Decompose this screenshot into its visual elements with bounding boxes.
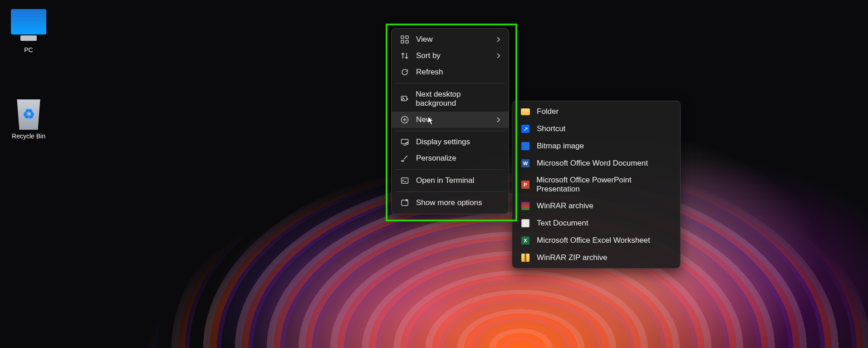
new-submenu: Folder ↗ Shortcut Bitmap image W Microso… xyxy=(512,101,681,269)
menu-item-label: Next desktop background xyxy=(416,90,500,108)
submenu-item-label: Microsoft Office Word Document xyxy=(537,159,648,168)
menu-item-label: New xyxy=(416,115,432,124)
menu-item-label: Refresh xyxy=(416,68,443,77)
display-settings-icon xyxy=(400,138,410,146)
desktop-icon-label: Recycle Bin xyxy=(12,132,45,140)
desktop-context-menu: View Sort by Refresh Next desktop backgr… xyxy=(391,28,509,214)
submenu-item-label: Microsoft Office Excel Worksheet xyxy=(537,236,650,245)
svg-rect-9 xyxy=(402,178,408,183)
submenu-item-excel-worksheet[interactable]: X Microsoft Office Excel Worksheet xyxy=(512,232,680,249)
menu-item-label: View xyxy=(416,35,433,44)
picture-next-icon xyxy=(400,95,409,103)
shortcut-icon: ↗ xyxy=(520,124,530,134)
svg-rect-2 xyxy=(401,40,404,43)
word-icon: W xyxy=(520,158,530,168)
menu-item-label: Sort by xyxy=(416,51,441,60)
desktop-icon-label: PC xyxy=(24,46,33,54)
submenu-item-bitmap[interactable]: Bitmap image xyxy=(512,137,680,155)
submenu-item-word-document[interactable]: W Microsoft Office Word Document xyxy=(512,155,680,172)
svg-rect-10 xyxy=(402,200,408,206)
submenu-item-shortcut[interactable]: ↗ Shortcut xyxy=(512,120,680,137)
submenu-item-winrar-zip-archive[interactable]: WinRAR ZIP archive xyxy=(512,249,680,266)
svg-rect-1 xyxy=(406,36,408,39)
svg-point-8 xyxy=(406,142,408,145)
submenu-item-label: WinRAR ZIP archive xyxy=(537,253,608,262)
submenu-item-winrar-archive[interactable]: WinRAR archive xyxy=(512,197,680,215)
recycle-bin-icon: ♻ xyxy=(14,95,43,130)
chevron-right-icon xyxy=(496,36,500,43)
menu-separator xyxy=(395,83,505,83)
winrar-icon xyxy=(520,201,530,211)
submenu-item-powerpoint-presentation[interactable]: P Microsoft Office PowerPoint Presentati… xyxy=(512,172,680,197)
menu-item-personalize[interactable]: Personalize xyxy=(392,150,509,167)
menu-item-open-terminal[interactable]: Open in Terminal xyxy=(392,172,509,189)
menu-item-label: Personalize xyxy=(416,154,456,163)
desktop-icon-recycle-bin[interactable]: ♻ Recycle Bin xyxy=(8,95,49,140)
menu-item-sort-by[interactable]: Sort by xyxy=(392,48,509,64)
powerpoint-icon: P xyxy=(520,180,530,190)
pc-monitor-icon xyxy=(11,9,46,34)
more-options-icon xyxy=(400,199,410,207)
grid-icon xyxy=(400,35,410,44)
desktop-icon-pc[interactable]: PC xyxy=(8,9,49,54)
submenu-item-text-document[interactable]: Text Document xyxy=(512,215,680,232)
menu-item-view[interactable]: View xyxy=(392,31,509,48)
plus-circle-icon xyxy=(400,116,410,124)
submenu-item-label: Folder xyxy=(537,107,559,116)
menu-separator xyxy=(395,131,505,131)
svg-rect-3 xyxy=(406,40,408,43)
submenu-item-label: Microsoft Office PowerPoint Presentation xyxy=(536,176,672,194)
folder-icon xyxy=(520,107,530,117)
menu-separator xyxy=(395,169,505,170)
submenu-item-label: Bitmap image xyxy=(537,142,584,151)
text-document-icon xyxy=(520,218,530,228)
menu-item-label: Show more options xyxy=(416,198,482,207)
bitmap-icon xyxy=(520,141,530,151)
menu-item-next-background[interactable]: Next desktop background xyxy=(392,86,509,112)
menu-item-show-more-options[interactable]: Show more options xyxy=(392,195,509,211)
brush-icon xyxy=(400,154,410,162)
submenu-item-label: Text Document xyxy=(537,219,588,228)
chevron-right-icon xyxy=(496,53,500,59)
chevron-right-icon xyxy=(496,117,500,123)
submenu-item-label: Shortcut xyxy=(537,124,565,133)
menu-item-label: Display settings xyxy=(416,137,470,147)
menu-item-new[interactable]: New xyxy=(392,112,509,128)
excel-icon: X xyxy=(520,235,530,245)
submenu-item-label: WinRAR archive xyxy=(537,201,593,211)
menu-item-label: Open in Terminal xyxy=(416,176,474,185)
terminal-icon xyxy=(400,176,410,185)
recycle-arrows-icon: ♻ xyxy=(23,106,35,122)
sort-icon xyxy=(400,52,410,60)
menu-item-refresh[interactable]: Refresh xyxy=(392,64,509,80)
svg-rect-0 xyxy=(401,36,404,39)
menu-item-display-settings[interactable]: Display settings xyxy=(392,134,509,150)
submenu-item-folder[interactable]: Folder xyxy=(512,103,680,120)
refresh-icon xyxy=(400,68,410,76)
zip-icon xyxy=(520,253,530,263)
menu-separator xyxy=(395,191,505,192)
